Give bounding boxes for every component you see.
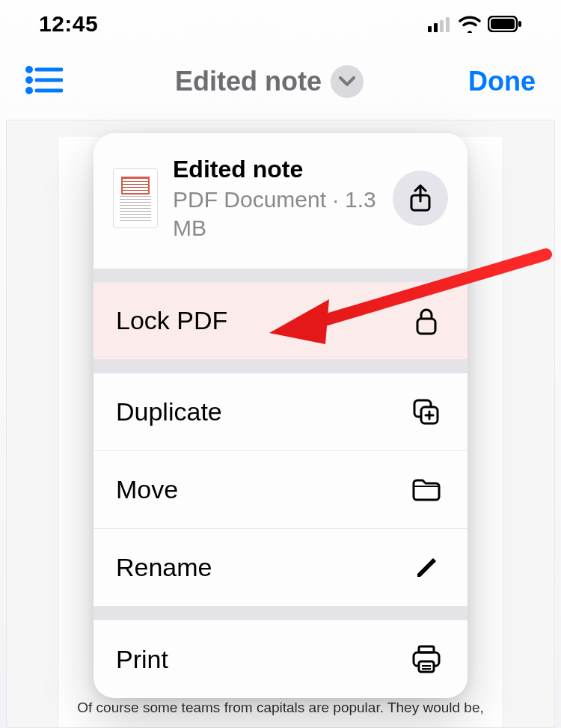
done-button[interactable]: Done (453, 66, 536, 97)
svg-point-9 (28, 89, 31, 93)
battery-icon (488, 16, 522, 32)
page-title[interactable]: Edited note (175, 66, 322, 97)
action-rename[interactable]: Rename (94, 529, 468, 607)
svg-rect-0 (428, 26, 432, 32)
folder-icon (408, 477, 445, 503)
action-label: Rename (116, 553, 212, 582)
sheet-title: Edited note (173, 154, 378, 184)
lock-icon (408, 306, 445, 336)
action-label: Move (116, 475, 178, 504)
svg-rect-6 (518, 21, 521, 27)
sheet-divider (94, 360, 468, 373)
chevron-down-icon (339, 76, 355, 87)
status-icons (428, 15, 522, 33)
pencil-icon (408, 554, 445, 581)
title-dropdown-button[interactable] (331, 65, 364, 98)
sheet-subtitle: PDF Document · 1.3 MB (173, 186, 378, 242)
nav-bar: Edited note Done (0, 48, 561, 115)
action-print[interactable]: Print (94, 620, 468, 698)
share-button[interactable] (393, 171, 448, 226)
printer-icon (408, 644, 445, 674)
action-label: Lock PDF (116, 306, 227, 335)
nav-list-button[interactable] (25, 65, 85, 98)
list-icon (25, 65, 63, 95)
action-duplicate[interactable]: Duplicate (94, 373, 468, 451)
action-label: Print (116, 645, 168, 674)
share-icon (408, 183, 433, 213)
cellular-icon (428, 16, 452, 32)
duplicate-icon (408, 397, 445, 427)
status-time: 12:45 (39, 11, 98, 37)
sheet-divider (94, 607, 468, 620)
svg-point-8 (28, 79, 31, 82)
action-move[interactable]: Move (94, 451, 468, 529)
svg-rect-5 (491, 19, 515, 29)
svg-rect-3 (446, 17, 450, 32)
sheet-header: Edited note PDF Document · 1.3 MB (94, 133, 468, 269)
document-actions-sheet: Edited note PDF Document · 1.3 MB Lock P… (94, 133, 468, 698)
svg-rect-2 (440, 20, 444, 32)
action-lock-pdf[interactable]: Lock PDF (94, 282, 468, 360)
document-thumbnail (113, 168, 158, 228)
document-body-text: Of course some teams from capitals are p… (7, 700, 554, 716)
status-bar: 12:45 (0, 0, 561, 48)
svg-point-7 (28, 68, 31, 72)
svg-rect-1 (434, 23, 438, 32)
action-label: Duplicate (116, 397, 222, 426)
wifi-icon (458, 15, 482, 33)
svg-rect-14 (417, 319, 435, 334)
sheet-divider (94, 269, 468, 282)
